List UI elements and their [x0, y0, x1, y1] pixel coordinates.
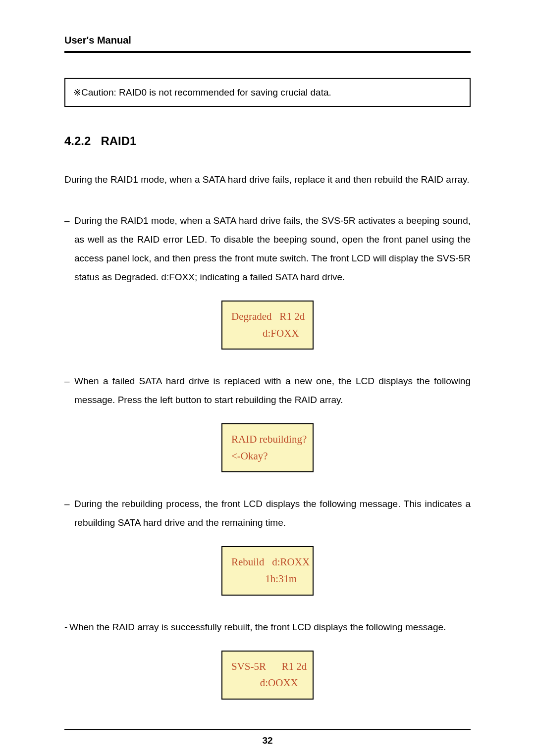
page-header: User's Manual — [64, 35, 471, 53]
bullet-dash: - — [64, 618, 67, 637]
lcd-wrap: RAID rebuilding? <-Okay? — [64, 423, 471, 472]
caution-box: ※Caution: RAID0 is not recommended for s… — [64, 78, 471, 107]
lcd-wrap: SVS-5R R1 2d d:OOXX — [64, 651, 471, 700]
list-item: – During the rebuilding process, the fro… — [64, 495, 471, 532]
section-number: 4.2.2 — [64, 134, 91, 148]
lcd-display-degraded: Degraded R1 2d d:FOXX — [221, 301, 314, 350]
lcd-display-rebuild-progress: Rebuild d:ROXX 1h:31m — [221, 546, 314, 595]
caution-symbol: ※ — [73, 87, 81, 98]
section-title: RAID1 — [101, 134, 136, 148]
list-item-text: During the RAID1 mode, when a SATA hard … — [74, 215, 471, 282]
lcd-wrap: Degraded R1 2d d:FOXX — [64, 301, 471, 350]
lcd-display-success: SVS-5R R1 2d d:OOXX — [221, 651, 314, 700]
list-item-text: When a failed SATA hard drive is replace… — [74, 376, 471, 405]
footer-rule — [64, 729, 471, 730]
list-item: – During the RAID1 mode, when a SATA har… — [64, 211, 471, 287]
lcd-wrap: Rebuild d:ROXX 1h:31m — [64, 546, 471, 595]
intro-paragraph: During the RAID1 mode, when a SATA hard … — [64, 170, 471, 189]
lcd-display-rebuilding-prompt: RAID rebuilding? <-Okay? — [221, 423, 314, 472]
list-item: – When a failed SATA hard drive is repla… — [64, 372, 471, 409]
bullet-dash: – — [64, 372, 70, 391]
section-heading: 4.2.2 RAID1 — [64, 134, 471, 148]
bullet-dash: – — [64, 495, 70, 513]
list-item: - When the RAID array is successfully re… — [64, 618, 471, 637]
page-footer: 32 — [64, 729, 471, 746]
caution-text: Caution: RAID0 is not recommended for sa… — [81, 87, 331, 98]
list-item-text: When the RAID array is successfully rebu… — [69, 622, 446, 632]
manual-title: User's Manual — [64, 35, 131, 46]
list-item-text: During the rebuilding process, the front… — [74, 499, 471, 528]
page-number: 32 — [64, 735, 471, 746]
bullet-dash: – — [64, 211, 70, 230]
